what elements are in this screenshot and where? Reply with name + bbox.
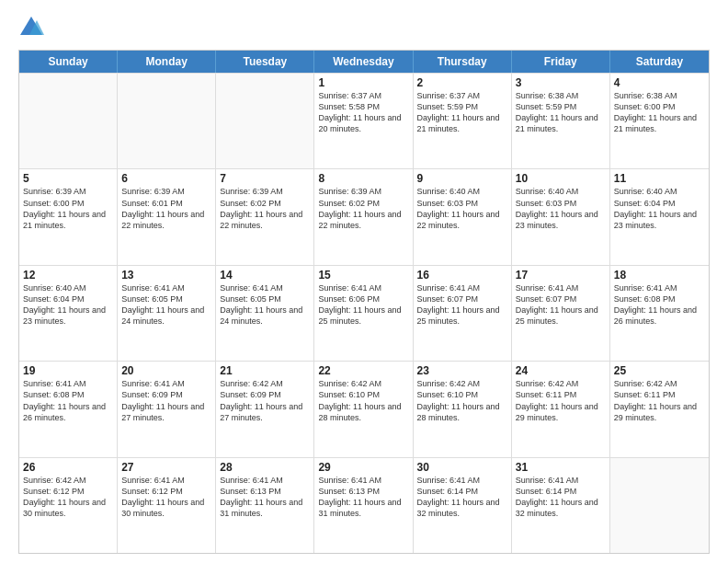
calendar-cell: 26Sunrise: 6:42 AM Sunset: 6:12 PM Dayli…: [19, 458, 118, 553]
cell-info: Sunrise: 6:40 AM Sunset: 6:04 PM Dayligh…: [23, 282, 113, 327]
calendar-cell: 7Sunrise: 6:39 AM Sunset: 6:02 PM Daylig…: [216, 169, 314, 264]
calendar-cell: 31Sunrise: 6:41 AM Sunset: 6:14 PM Dayli…: [512, 458, 610, 553]
calendar-cell: 4Sunrise: 6:38 AM Sunset: 6:00 PM Daylig…: [610, 74, 709, 168]
day-number: 14: [220, 269, 310, 282]
cell-info: Sunrise: 6:41 AM Sunset: 6:06 PM Dayligh…: [318, 282, 408, 327]
calendar-header-cell: Sunday: [19, 51, 118, 73]
day-number: 24: [516, 364, 606, 377]
calendar-header-cell: Monday: [118, 51, 216, 73]
cell-info: Sunrise: 6:38 AM Sunset: 6:00 PM Dayligh…: [614, 90, 705, 135]
cell-info: Sunrise: 6:42 AM Sunset: 6:11 PM Dayligh…: [516, 378, 606, 423]
day-number: 10: [516, 172, 606, 185]
day-number: 6: [121, 172, 211, 185]
cell-info: Sunrise: 6:42 AM Sunset: 6:09 PM Dayligh…: [220, 378, 310, 423]
calendar-cell: 24Sunrise: 6:42 AM Sunset: 6:11 PM Dayli…: [512, 362, 610, 456]
calendar-header-cell: Saturday: [610, 51, 709, 73]
calendar-cell: 12Sunrise: 6:40 AM Sunset: 6:04 PM Dayli…: [19, 266, 118, 361]
calendar-cell: 8Sunrise: 6:39 AM Sunset: 6:02 PM Daylig…: [314, 169, 413, 264]
calendar-cell: 23Sunrise: 6:42 AM Sunset: 6:10 PM Dayli…: [414, 362, 512, 456]
day-number: 20: [121, 364, 211, 377]
calendar-cell: 25Sunrise: 6:42 AM Sunset: 6:11 PM Dayli…: [610, 362, 709, 456]
cell-info: Sunrise: 6:41 AM Sunset: 6:13 PM Dayligh…: [220, 475, 310, 520]
calendar-cell: 28Sunrise: 6:41 AM Sunset: 6:13 PM Dayli…: [216, 458, 314, 553]
calendar-cell: 30Sunrise: 6:41 AM Sunset: 6:14 PM Dayli…: [414, 458, 512, 553]
calendar-header-cell: Thursday: [414, 51, 512, 73]
calendar-cell: [118, 74, 216, 168]
day-number: 7: [220, 172, 310, 185]
calendar-row: 26Sunrise: 6:42 AM Sunset: 6:12 PM Dayli…: [19, 457, 709, 553]
page: SundayMondayTuesdayWednesdayThursdayFrid…: [0, 0, 728, 563]
calendar-cell: 14Sunrise: 6:41 AM Sunset: 6:05 PM Dayli…: [216, 266, 314, 361]
day-number: 11: [614, 172, 705, 185]
cell-info: Sunrise: 6:40 AM Sunset: 6:03 PM Dayligh…: [417, 186, 507, 231]
cell-info: Sunrise: 6:42 AM Sunset: 6:10 PM Dayligh…: [318, 378, 408, 423]
cell-info: Sunrise: 6:41 AM Sunset: 6:07 PM Dayligh…: [516, 282, 606, 327]
calendar-cell: 16Sunrise: 6:41 AM Sunset: 6:07 PM Dayli…: [414, 266, 512, 361]
logo: [18, 15, 46, 40]
calendar-cell: 19Sunrise: 6:41 AM Sunset: 6:08 PM Dayli…: [19, 362, 118, 456]
calendar-cell: 20Sunrise: 6:41 AM Sunset: 6:09 PM Dayli…: [118, 362, 216, 456]
calendar-body: 1Sunrise: 6:37 AM Sunset: 5:58 PM Daylig…: [19, 73, 709, 553]
cell-info: Sunrise: 6:40 AM Sunset: 6:03 PM Dayligh…: [516, 186, 606, 231]
calendar-cell: 17Sunrise: 6:41 AM Sunset: 6:07 PM Dayli…: [512, 266, 610, 361]
day-number: 9: [417, 172, 507, 185]
calendar-cell: [610, 458, 709, 553]
calendar-cell: 13Sunrise: 6:41 AM Sunset: 6:05 PM Dayli…: [118, 266, 216, 361]
day-number: 19: [23, 364, 113, 377]
day-number: 31: [516, 461, 606, 474]
day-number: 22: [318, 364, 408, 377]
cell-info: Sunrise: 6:39 AM Sunset: 6:02 PM Dayligh…: [220, 186, 310, 231]
calendar-cell: 6Sunrise: 6:39 AM Sunset: 6:01 PM Daylig…: [118, 169, 216, 264]
calendar-cell: 29Sunrise: 6:41 AM Sunset: 6:13 PM Dayli…: [314, 458, 413, 553]
day-number: 23: [417, 364, 507, 377]
calendar-row: 12Sunrise: 6:40 AM Sunset: 6:04 PM Dayli…: [19, 265, 709, 361]
cell-info: Sunrise: 6:39 AM Sunset: 6:01 PM Dayligh…: [121, 186, 211, 231]
cell-info: Sunrise: 6:41 AM Sunset: 6:07 PM Dayligh…: [417, 282, 507, 327]
day-number: 21: [220, 364, 310, 377]
day-number: 15: [318, 269, 408, 282]
calendar-header-cell: Friday: [512, 51, 610, 73]
cell-info: Sunrise: 6:41 AM Sunset: 6:14 PM Dayligh…: [516, 475, 606, 520]
calendar-cell: [19, 74, 118, 168]
calendar-cell: 11Sunrise: 6:40 AM Sunset: 6:04 PM Dayli…: [610, 169, 709, 264]
day-number: 4: [614, 76, 705, 89]
logo-icon: [18, 15, 44, 40]
day-number: 2: [417, 76, 507, 89]
cell-info: Sunrise: 6:39 AM Sunset: 6:02 PM Dayligh…: [318, 186, 408, 231]
calendar-cell: 1Sunrise: 6:37 AM Sunset: 5:58 PM Daylig…: [314, 74, 413, 168]
cell-info: Sunrise: 6:41 AM Sunset: 6:05 PM Dayligh…: [220, 282, 310, 327]
calendar-row: 5Sunrise: 6:39 AM Sunset: 6:00 PM Daylig…: [19, 168, 709, 264]
calendar-cell: 15Sunrise: 6:41 AM Sunset: 6:06 PM Dayli…: [314, 266, 413, 361]
day-number: 17: [516, 269, 606, 282]
day-number: 27: [121, 461, 211, 474]
cell-info: Sunrise: 6:39 AM Sunset: 6:00 PM Dayligh…: [23, 186, 113, 231]
cell-info: Sunrise: 6:41 AM Sunset: 6:09 PM Dayligh…: [121, 378, 211, 423]
calendar-row: 19Sunrise: 6:41 AM Sunset: 6:08 PM Dayli…: [19, 361, 709, 456]
cell-info: Sunrise: 6:42 AM Sunset: 6:12 PM Dayligh…: [23, 475, 113, 520]
day-number: 3: [516, 76, 606, 89]
calendar: SundayMondayTuesdayWednesdayThursdayFrid…: [18, 50, 710, 554]
cell-info: Sunrise: 6:41 AM Sunset: 6:12 PM Dayligh…: [121, 475, 211, 520]
calendar-cell: 27Sunrise: 6:41 AM Sunset: 6:12 PM Dayli…: [118, 458, 216, 553]
cell-info: Sunrise: 6:37 AM Sunset: 5:58 PM Dayligh…: [318, 90, 408, 135]
day-number: 1: [318, 76, 408, 89]
day-number: 30: [417, 461, 507, 474]
calendar-cell: 10Sunrise: 6:40 AM Sunset: 6:03 PM Dayli…: [512, 169, 610, 264]
day-number: 8: [318, 172, 408, 185]
day-number: 25: [614, 364, 705, 377]
calendar-cell: 2Sunrise: 6:37 AM Sunset: 5:59 PM Daylig…: [414, 74, 512, 168]
day-number: 16: [417, 269, 507, 282]
cell-info: Sunrise: 6:41 AM Sunset: 6:14 PM Dayligh…: [417, 475, 507, 520]
calendar-cell: 22Sunrise: 6:42 AM Sunset: 6:10 PM Dayli…: [314, 362, 413, 456]
cell-info: Sunrise: 6:42 AM Sunset: 6:10 PM Dayligh…: [417, 378, 507, 423]
calendar-row: 1Sunrise: 6:37 AM Sunset: 5:58 PM Daylig…: [19, 73, 709, 168]
calendar-cell: 18Sunrise: 6:41 AM Sunset: 6:08 PM Dayli…: [610, 266, 709, 361]
calendar-cell: 9Sunrise: 6:40 AM Sunset: 6:03 PM Daylig…: [414, 169, 512, 264]
day-number: 26: [23, 461, 113, 474]
header: [18, 15, 710, 40]
cell-info: Sunrise: 6:41 AM Sunset: 6:08 PM Dayligh…: [23, 378, 113, 423]
day-number: 18: [614, 269, 705, 282]
day-number: 5: [23, 172, 113, 185]
day-number: 28: [220, 461, 310, 474]
calendar-header-cell: Wednesday: [314, 51, 413, 73]
